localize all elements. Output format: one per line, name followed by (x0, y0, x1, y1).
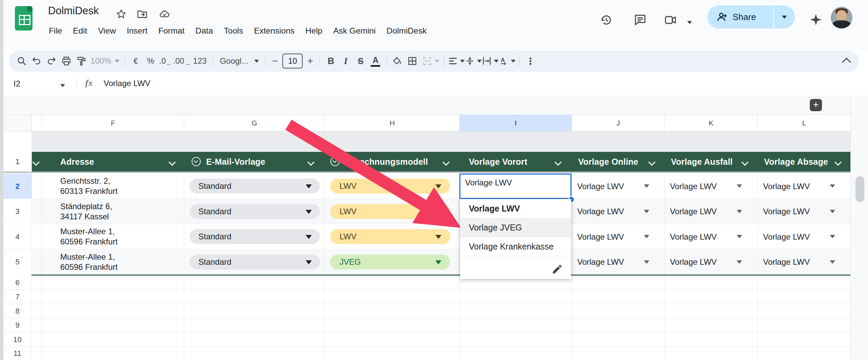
filter-chevron-g-icon[interactable] (307, 159, 314, 166)
decrease-decimals-button[interactable]: .0← (158, 53, 173, 69)
text-rotation-button[interactable]: A (499, 53, 516, 69)
dropdown-arrow-icon[interactable] (830, 235, 835, 238)
row-header-2[interactable]: 2 (3, 174, 31, 199)
row-header-4[interactable]: 4 (3, 224, 31, 249)
abrechnungsmodell-chip[interactable]: JVEG (330, 255, 450, 269)
column-header-f[interactable]: F (42, 115, 184, 131)
format-percent-button[interactable]: % (143, 53, 158, 69)
email-vorlage-dropdown[interactable]: Standard (190, 179, 320, 194)
increase-decimals-button[interactable]: .00→ (173, 53, 190, 69)
cell-adresse[interactable]: Muster-Allee 1,60596 Frankfurt (60, 252, 117, 272)
cloud-saved-icon[interactable] (159, 9, 170, 20)
row-header-10[interactable]: 10 (3, 333, 31, 346)
cell-vorlage-online[interactable]: Vorlage LWV (577, 199, 624, 224)
vertical-align-button[interactable] (465, 53, 482, 69)
filter-chevron-h-icon[interactable] (442, 159, 450, 166)
dropdown-arrow-icon[interactable] (830, 210, 835, 213)
row-header-9[interactable]: 9 (3, 318, 31, 332)
filter-chevron-i-icon[interactable] (555, 159, 562, 166)
add-column-button[interactable]: + (810, 99, 822, 111)
filter-chevron-k-icon[interactable] (741, 159, 748, 166)
column-header-h[interactable]: H (324, 115, 460, 131)
dropdown-arrow-icon[interactable] (644, 184, 649, 188)
paint-format-button[interactable] (74, 53, 89, 69)
dropdown-arrow-icon[interactable] (644, 235, 649, 238)
decrease-font-size-button[interactable]: − (269, 53, 281, 69)
row-header-6[interactable]: 6 (3, 276, 31, 289)
user-avatar[interactable] (831, 7, 852, 28)
dropdown-arrow-icon[interactable] (830, 184, 835, 188)
print-button[interactable] (59, 53, 74, 69)
row-header-3[interactable]: 3 (3, 199, 31, 224)
abrechnungsmodell-chip[interactable]: LWV (330, 179, 450, 194)
text-wrap-button[interactable] (482, 53, 499, 69)
bold-button[interactable]: B (323, 53, 338, 69)
format-currency-button[interactable]: € (128, 53, 143, 69)
scrollbar-thumb[interactable] (855, 176, 864, 202)
dropdown-option-vorlage-jveg[interactable]: Vorlage JVEG (460, 218, 571, 237)
version-history-icon[interactable] (600, 14, 613, 26)
dropdown-arrow-icon[interactable] (737, 184, 742, 188)
column-header-e[interactable] (31, 115, 42, 131)
filter-chevron-f-icon[interactable] (169, 159, 176, 166)
cell-vorlage-ausfall[interactable]: Vorlage LWV (670, 199, 717, 224)
cell-adresse[interactable]: Ständeplatz 6,34117 Kassel (60, 201, 112, 222)
number-format-button[interactable]: 123 (190, 53, 209, 69)
column-header-k[interactable]: K (664, 115, 758, 131)
dropdown-option-vorlage-lwv[interactable]: Vorlage LWV (460, 199, 571, 218)
frozen-row-divider[interactable] (3, 172, 850, 173)
row-header-11[interactable]: 11 (3, 347, 31, 360)
menu-dolmidesk[interactable]: DolmiDesk (381, 24, 432, 38)
dropdown-arrow-icon[interactable] (644, 210, 649, 213)
menu-help[interactable]: Help (300, 24, 328, 38)
text-color-button[interactable]: A (368, 53, 383, 69)
column-header-l[interactable]: L (757, 115, 851, 131)
menu-edit[interactable]: Edit (67, 24, 92, 38)
merge-cells-button[interactable] (420, 53, 435, 69)
cell-vorlage-absage[interactable]: Vorlage LWV (763, 199, 810, 224)
cell-vorlage-absage[interactable]: Vorlage LWV (763, 224, 810, 249)
row-header-7[interactable]: 7 (3, 290, 31, 304)
formula-input[interactable]: Vorlage LWV (104, 79, 150, 88)
hide-toolbar-button[interactable] (839, 53, 854, 69)
font-size-input[interactable]: 10 (282, 54, 303, 68)
gemini-sparkle-icon[interactable] (809, 13, 822, 26)
cell-vorlage-ausfall[interactable]: Vorlage LWV (670, 224, 717, 249)
cell-vorlage-online[interactable]: Vorlage LWV (577, 249, 624, 275)
row-header-8[interactable]: 8 (3, 304, 31, 318)
menu-ask-gemini[interactable]: Ask Gemini (328, 24, 381, 38)
menu-view[interactable]: View (93, 24, 122, 38)
filter-chevron-e-icon[interactable] (32, 159, 40, 166)
video-call-icon[interactable] (664, 14, 677, 26)
move-folder-icon[interactable] (137, 9, 148, 20)
column-header-i[interactable]: I (459, 115, 572, 131)
merge-caret-icon[interactable] (435, 60, 439, 65)
search-menus-button[interactable] (14, 53, 29, 69)
abrechnungsmodell-chip[interactable]: LWV (330, 229, 450, 244)
column-header-g[interactable]: G (184, 115, 325, 131)
menu-format[interactable]: Format (153, 24, 190, 38)
menu-file[interactable]: File (43, 24, 67, 38)
sheets-logo-icon[interactable] (15, 6, 32, 31)
menu-extensions[interactable]: Extensions (248, 24, 300, 38)
dropdown-arrow-icon[interactable] (737, 260, 742, 264)
menu-insert[interactable]: Insert (121, 24, 153, 38)
menu-data[interactable]: Data (190, 24, 218, 38)
cell-adresse[interactable]: Gerichtsstr. 2,60313 Frankfurt (60, 176, 117, 196)
scrollbar-track[interactable] (850, 96, 868, 360)
name-box-caret-icon[interactable] (60, 84, 65, 89)
dropdown-option-vorlage-krankenkasse[interactable]: Vorlage Krankenkasse (460, 237, 571, 256)
cell-vorlage-ausfall[interactable]: Vorlage LWV (670, 249, 717, 275)
zoom-select[interactable]: 100% (89, 53, 121, 69)
increase-font-size-button[interactable]: + (304, 53, 316, 69)
menu-tools[interactable]: Tools (218, 24, 248, 38)
corner-cell[interactable] (3, 115, 31, 131)
comments-icon[interactable] (634, 14, 647, 26)
filter-chevron-j-icon[interactable] (648, 159, 655, 166)
email-vorlage-dropdown[interactable]: Standard (190, 255, 320, 269)
edit-dropdown-button[interactable] (551, 263, 563, 275)
dropdown-arrow-icon[interactable] (737, 235, 742, 238)
cell-vorlage-ausfall[interactable]: Vorlage LWV (670, 174, 717, 199)
abrechnungsmodell-chip[interactable]: LWV (330, 204, 450, 219)
italic-button[interactable]: I (338, 53, 353, 69)
